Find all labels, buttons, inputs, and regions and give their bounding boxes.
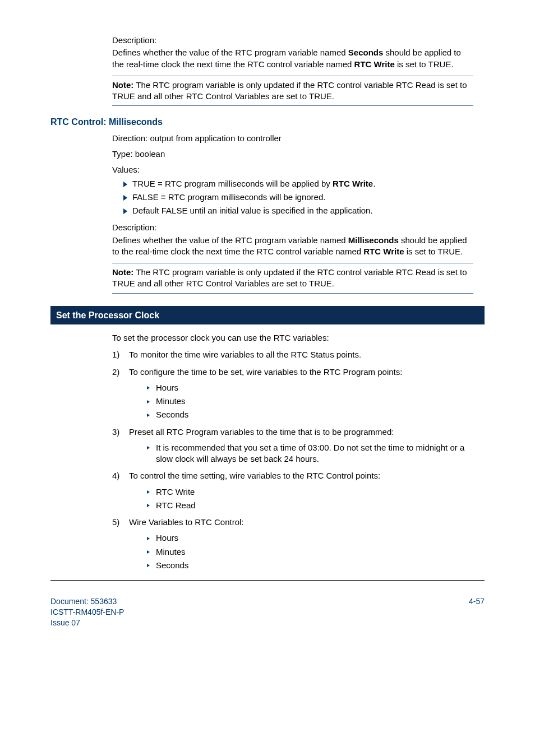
step-5-sublist: Hours Minutes Seconds xyxy=(136,532,473,571)
description-label: Description: xyxy=(112,222,473,233)
procedure-list: 1) To monitor the time wire variables to… xyxy=(112,349,473,571)
page-footer: Document: 553633 ICSTT-RM405f-EN-P Issue… xyxy=(50,596,485,628)
note-box: Note: The RTC program variable is only u… xyxy=(112,76,473,106)
step-1-num: 1) xyxy=(112,349,119,360)
note-label: Note: xyxy=(112,267,133,277)
set-processor-clock-section: To set the processor clock you can use t… xyxy=(112,332,473,571)
step-4-num: 4) xyxy=(112,470,119,481)
value-true: TRUE = RTC program milliseconds will be … xyxy=(123,178,473,189)
step-3: 3) Preset all RTC Program variables to t… xyxy=(112,426,473,465)
footer-issue: Issue 07 xyxy=(50,618,124,628)
step-2-sublist: Hours Minutes Seconds xyxy=(136,382,473,421)
step-3-recommendation: It is recommended that you set a time of… xyxy=(147,442,473,465)
step-3-sublist: It is recommended that you set a time of… xyxy=(136,442,473,465)
direction-line: Direction: output from application to co… xyxy=(112,133,473,144)
values-list: TRUE = RTC program milliseconds will be … xyxy=(112,178,473,217)
rtc-write-varname: RTC Write xyxy=(354,59,395,69)
footer-doc-block: Document: 553633 ICSTT-RM405f-EN-P Issue… xyxy=(50,596,124,628)
desc-part-c: is set to TRUE. xyxy=(395,59,454,69)
step-4: 4) To control the time setting, wire var… xyxy=(112,470,473,511)
type-line: Type: boolean xyxy=(112,149,473,160)
value-false: FALSE = RTC program milliseconds will be… xyxy=(123,192,473,203)
step-5: 5) Wire Variables to RTC Control: Hours … xyxy=(112,517,473,571)
step-2-num: 2) xyxy=(112,367,119,378)
step-5-text: Wire Variables to RTC Control: xyxy=(129,517,244,527)
description-label: Description: xyxy=(112,35,473,46)
footer-page-number: 4-57 xyxy=(469,596,485,607)
step-2-seconds: Seconds xyxy=(147,409,473,420)
step-3-text: Preset all RTC Program variables to the … xyxy=(129,427,394,437)
value-true-b: RTC Write xyxy=(333,179,373,188)
values-label: Values: xyxy=(112,164,473,175)
step-2-minutes: Minutes xyxy=(147,396,473,407)
description-body: Defines whether the value of the RTC pro… xyxy=(112,47,473,70)
desc-part-c: is set to TRUE. xyxy=(404,247,463,256)
step-4-rtc-read: RTC Read xyxy=(147,500,473,511)
note-box: Note: The RTC program variable is only u… xyxy=(112,263,473,294)
step-2-text: To configure the time to be set, wire va… xyxy=(129,367,402,377)
step-4-text: To control the time setting, wire variab… xyxy=(129,471,380,480)
step-5-num: 5) xyxy=(112,517,119,528)
footer-doc-number: Document: 553633 xyxy=(50,596,124,607)
footer-rule xyxy=(50,580,485,581)
value-true-a: TRUE = RTC program milliseconds will be … xyxy=(132,179,333,188)
rtc-write-varname: RTC Write xyxy=(363,247,404,256)
desc-part-a: Defines whether the value of the RTC pro… xyxy=(112,235,348,245)
previous-section-tail: Description: Defines whether the value o… xyxy=(112,35,473,106)
footer-doc-id: ICSTT-RM405f-EN-P xyxy=(50,607,124,618)
seconds-varname: Seconds xyxy=(348,48,384,57)
intro-line: To set the processor clock you can use t… xyxy=(112,332,473,344)
step-5-minutes: Minutes xyxy=(147,546,473,558)
heading-rtc-control-milliseconds: RTC Control: Milliseconds xyxy=(50,116,485,128)
step-1: 1) To monitor the time wire variables to… xyxy=(112,349,473,360)
note-body: The RTC program variable is only updated… xyxy=(112,80,467,101)
desc-part-a: Defines whether the value of the RTC pro… xyxy=(112,48,348,57)
value-default: Default FALSE until an initial value is … xyxy=(123,205,473,216)
step-2: 2) To configure the time to be set, wire… xyxy=(112,367,473,421)
step-3-num: 3) xyxy=(112,426,119,438)
step-4-rtc-write: RTC Write xyxy=(147,486,473,498)
step-4-sublist: RTC Write RTC Read xyxy=(136,486,473,512)
description-body: Defines whether the value of the RTC pro… xyxy=(112,235,473,258)
note-label: Note: xyxy=(112,80,133,90)
milliseconds-section: Direction: output from application to co… xyxy=(112,133,473,294)
step-5-hours: Hours xyxy=(147,532,473,544)
milliseconds-varname: Milliseconds xyxy=(348,235,399,245)
note-body: The RTC program variable is only updated… xyxy=(112,267,467,288)
step-1-text: To monitor the time wire variables to al… xyxy=(129,350,361,359)
step-2-hours: Hours xyxy=(147,382,473,393)
step-5-seconds: Seconds xyxy=(147,560,473,571)
heading-set-processor-clock: Set the Processor Clock xyxy=(50,306,485,325)
value-true-c: . xyxy=(373,179,375,188)
